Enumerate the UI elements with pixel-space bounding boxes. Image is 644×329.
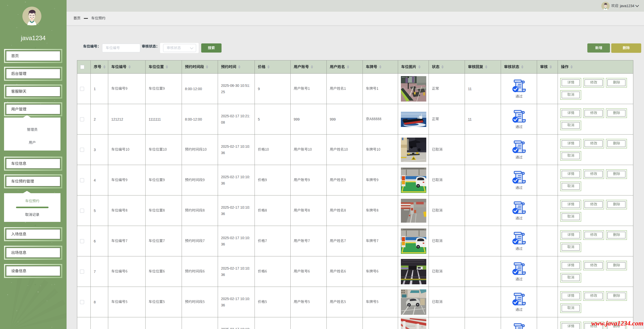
- svg-text:www.mla: www.mla: [401, 76, 408, 78]
